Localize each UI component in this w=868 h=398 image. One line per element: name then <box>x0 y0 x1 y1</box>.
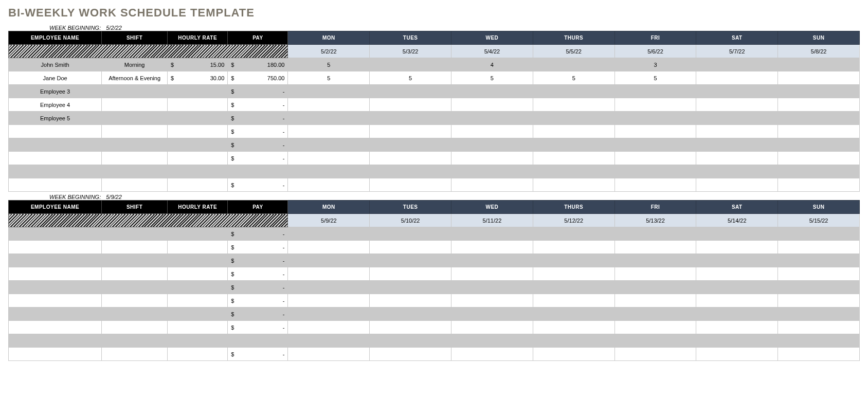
hourly-rate-cell[interactable] <box>168 294 228 307</box>
hours-cell[interactable] <box>696 321 778 334</box>
employee-name-cell[interactable] <box>9 165 102 178</box>
employee-name-cell[interactable]: Employee 4 <box>9 98 102 112</box>
hours-cell[interactable] <box>778 112 860 125</box>
hours-cell[interactable] <box>288 334 370 348</box>
hours-cell[interactable] <box>370 321 451 334</box>
shift-cell[interactable] <box>102 125 168 138</box>
hours-cell[interactable] <box>288 254 370 267</box>
hours-cell[interactable] <box>696 152 778 165</box>
hours-cell[interactable] <box>614 241 696 254</box>
hours-cell[interactable] <box>451 348 533 361</box>
hours-cell[interactable] <box>696 334 778 348</box>
hours-cell[interactable] <box>696 254 778 267</box>
employee-name-cell[interactable]: John Smith <box>9 58 102 71</box>
employee-name-cell[interactable]: Employee 3 <box>9 85 102 98</box>
hours-cell[interactable] <box>451 281 533 294</box>
hours-cell[interactable] <box>451 321 533 334</box>
hours-cell[interactable] <box>614 254 696 267</box>
employee-name-cell[interactable] <box>9 125 102 138</box>
employee-name-cell[interactable] <box>9 152 102 165</box>
employee-name-cell[interactable] <box>9 267 102 281</box>
hours-cell[interactable] <box>696 98 778 112</box>
hours-cell[interactable] <box>614 281 696 294</box>
employee-name-cell[interactable] <box>9 241 102 254</box>
shift-cell[interactable] <box>102 112 168 125</box>
hours-cell[interactable] <box>370 98 451 112</box>
hours-cell[interactable] <box>696 227 778 241</box>
hours-cell[interactable] <box>288 294 370 307</box>
hours-cell[interactable] <box>451 178 533 192</box>
hours-cell[interactable] <box>533 241 614 254</box>
hourly-rate-cell[interactable] <box>168 241 228 254</box>
employee-name-cell[interactable] <box>9 254 102 267</box>
hours-cell[interactable] <box>696 294 778 307</box>
hours-cell[interactable] <box>778 85 860 98</box>
hours-cell[interactable] <box>533 178 614 192</box>
hours-cell[interactable] <box>614 178 696 192</box>
hours-cell[interactable] <box>614 294 696 307</box>
hours-cell[interactable] <box>778 321 860 334</box>
hours-cell[interactable] <box>778 138 860 152</box>
hours-cell[interactable] <box>370 165 451 178</box>
shift-cell[interactable] <box>102 254 168 267</box>
hours-cell[interactable] <box>451 294 533 307</box>
hours-cell[interactable] <box>370 267 451 281</box>
hours-cell[interactable] <box>370 227 451 241</box>
hours-cell[interactable] <box>533 112 614 125</box>
hours-cell[interactable] <box>778 241 860 254</box>
hourly-rate-cell[interactable] <box>168 281 228 294</box>
hours-cell[interactable] <box>288 348 370 361</box>
hours-cell[interactable] <box>288 307 370 321</box>
hours-cell[interactable] <box>451 307 533 321</box>
hours-cell[interactable] <box>778 98 860 112</box>
hours-cell[interactable] <box>614 307 696 321</box>
hours-cell[interactable] <box>533 227 614 241</box>
hours-cell[interactable] <box>778 178 860 192</box>
hours-cell[interactable] <box>288 178 370 192</box>
employee-name-cell[interactable] <box>9 348 102 361</box>
hours-cell[interactable] <box>370 152 451 165</box>
hours-cell[interactable] <box>370 178 451 192</box>
hours-cell[interactable] <box>533 334 614 348</box>
employee-name-cell[interactable] <box>9 307 102 321</box>
hours-cell[interactable] <box>614 348 696 361</box>
hours-cell[interactable] <box>288 165 370 178</box>
hours-cell[interactable] <box>614 112 696 125</box>
hours-cell[interactable] <box>614 138 696 152</box>
hours-cell[interactable] <box>533 58 614 71</box>
employee-name-cell[interactable] <box>9 138 102 152</box>
hours-cell[interactable]: 5 <box>370 71 451 85</box>
hours-cell[interactable] <box>533 165 614 178</box>
hours-cell[interactable] <box>451 227 533 241</box>
hours-cell[interactable] <box>778 125 860 138</box>
hours-cell[interactable] <box>778 334 860 348</box>
hours-cell[interactable] <box>451 125 533 138</box>
hours-cell[interactable] <box>778 294 860 307</box>
shift-cell[interactable]: Morning <box>102 58 168 71</box>
hours-cell[interactable] <box>614 321 696 334</box>
hours-cell[interactable]: 5 <box>533 71 614 85</box>
employee-name-cell[interactable] <box>9 294 102 307</box>
hourly-rate-cell[interactable] <box>168 85 228 98</box>
hours-cell[interactable] <box>614 152 696 165</box>
shift-cell[interactable] <box>102 348 168 361</box>
hours-cell[interactable] <box>288 227 370 241</box>
hours-cell[interactable] <box>533 138 614 152</box>
hours-cell[interactable] <box>370 112 451 125</box>
employee-name-cell[interactable]: Jane Doe <box>9 71 102 85</box>
hours-cell[interactable] <box>533 152 614 165</box>
employee-name-cell[interactable] <box>9 281 102 294</box>
hours-cell[interactable] <box>696 307 778 321</box>
hours-cell[interactable] <box>288 138 370 152</box>
hours-cell[interactable]: 5 <box>451 71 533 85</box>
shift-cell[interactable] <box>102 321 168 334</box>
hours-cell[interactable] <box>778 348 860 361</box>
shift-cell[interactable] <box>102 165 168 178</box>
hours-cell[interactable] <box>288 241 370 254</box>
shift-cell[interactable] <box>102 178 168 192</box>
hourly-rate-cell[interactable] <box>168 112 228 125</box>
hourly-rate-cell[interactable] <box>168 152 228 165</box>
hours-cell[interactable] <box>370 294 451 307</box>
hours-cell[interactable] <box>533 281 614 294</box>
hours-cell[interactable] <box>370 307 451 321</box>
